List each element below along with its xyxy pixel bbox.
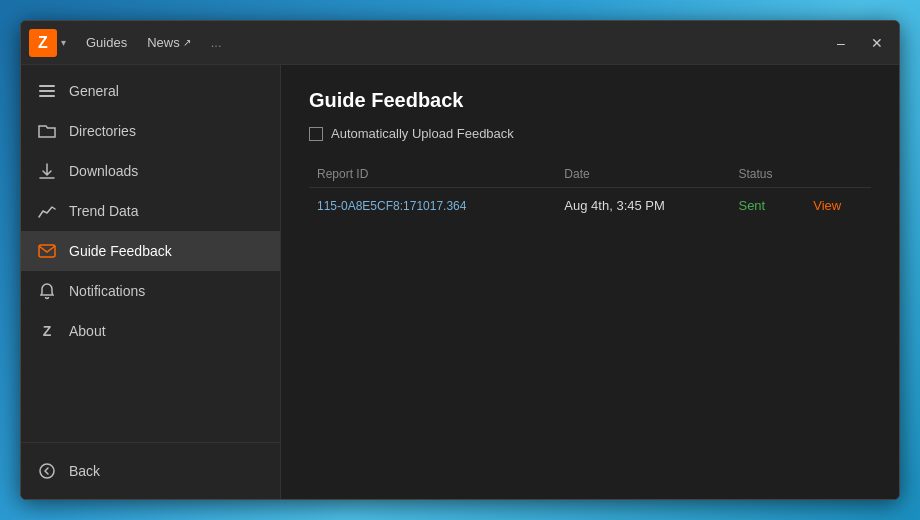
general-icon bbox=[37, 81, 57, 101]
notifications-icon bbox=[37, 281, 57, 301]
nav-guides[interactable]: Guides bbox=[78, 31, 135, 54]
guide-feedback-icon bbox=[37, 241, 57, 261]
report-id-value: 115-0A8E5CF8:171017.364 bbox=[317, 199, 466, 213]
sidebar-item-trend-data[interactable]: Trend Data bbox=[21, 191, 280, 231]
auto-upload-row: Automatically Upload Feedback bbox=[309, 126, 871, 141]
page-title: Guide Feedback bbox=[309, 89, 871, 112]
sidebar: General Directories bbox=[21, 65, 281, 499]
sidebar-item-general[interactable]: General bbox=[21, 71, 280, 111]
titlebar: Z ▾ Guides News ↗ ... – ✕ bbox=[21, 21, 899, 65]
sidebar-item-directories[interactable]: Directories bbox=[21, 111, 280, 151]
sidebar-label-about: About bbox=[69, 323, 106, 339]
sidebar-label-downloads: Downloads bbox=[69, 163, 138, 179]
downloads-icon bbox=[37, 161, 57, 181]
svg-rect-4 bbox=[39, 245, 55, 257]
col-actions bbox=[805, 161, 871, 188]
close-button[interactable]: ✕ bbox=[863, 29, 891, 57]
back-label: Back bbox=[69, 463, 100, 479]
logo-dropdown-arrow[interactable]: ▾ bbox=[61, 37, 66, 48]
feedback-table: Report ID Date Status 115-0A8E5CF8:17101… bbox=[309, 161, 871, 225]
sidebar-item-back[interactable]: Back bbox=[21, 451, 280, 491]
view-link[interactable]: View bbox=[813, 198, 841, 213]
sidebar-bottom: Back bbox=[21, 442, 280, 499]
sidebar-item-guide-feedback[interactable]: Guide Feedback bbox=[21, 231, 280, 271]
sidebar-label-guide-feedback: Guide Feedback bbox=[69, 243, 172, 259]
sidebar-label-notifications: Notifications bbox=[69, 283, 145, 299]
svg-point-5 bbox=[40, 464, 54, 478]
auto-upload-checkbox[interactable] bbox=[309, 127, 323, 141]
nav-news[interactable]: News ↗ bbox=[139, 31, 199, 54]
sidebar-items: General Directories bbox=[21, 65, 280, 442]
table-row: 115-0A8E5CF8:171017.364 Aug 4th, 3:45 PM… bbox=[309, 188, 871, 225]
sidebar-label-directories: Directories bbox=[69, 123, 136, 139]
minimize-button[interactable]: – bbox=[827, 29, 855, 57]
back-icon bbox=[37, 461, 57, 481]
external-link-icon: ↗ bbox=[183, 37, 191, 48]
sidebar-item-about[interactable]: Z About bbox=[21, 311, 280, 351]
sidebar-label-trend-data: Trend Data bbox=[69, 203, 139, 219]
svg-rect-1 bbox=[39, 90, 55, 92]
titlebar-nav: Guides News ↗ ... bbox=[78, 31, 827, 54]
date-value: Aug 4th, 3:45 PM bbox=[556, 188, 730, 225]
directories-icon bbox=[37, 121, 57, 141]
auto-upload-label: Automatically Upload Feedback bbox=[331, 126, 514, 141]
app-logo[interactable]: Z bbox=[29, 29, 57, 57]
sidebar-item-notifications[interactable]: Notifications bbox=[21, 271, 280, 311]
status-value: Sent bbox=[738, 198, 765, 213]
sidebar-item-downloads[interactable]: Downloads bbox=[21, 151, 280, 191]
col-report-id: Report ID bbox=[309, 161, 556, 188]
trend-data-icon bbox=[37, 201, 57, 221]
col-date: Date bbox=[556, 161, 730, 188]
svg-rect-0 bbox=[39, 85, 55, 87]
col-status: Status bbox=[730, 161, 805, 188]
about-icon: Z bbox=[37, 321, 57, 341]
svg-rect-2 bbox=[39, 95, 55, 97]
sidebar-label-general: General bbox=[69, 83, 119, 99]
content-area: Guide Feedback Automatically Upload Feed… bbox=[281, 65, 899, 499]
nav-more[interactable]: ... bbox=[203, 31, 230, 54]
window-controls: – ✕ bbox=[827, 29, 891, 57]
main-content: General Directories bbox=[21, 65, 899, 499]
main-window: Z ▾ Guides News ↗ ... – ✕ bbox=[20, 20, 900, 500]
